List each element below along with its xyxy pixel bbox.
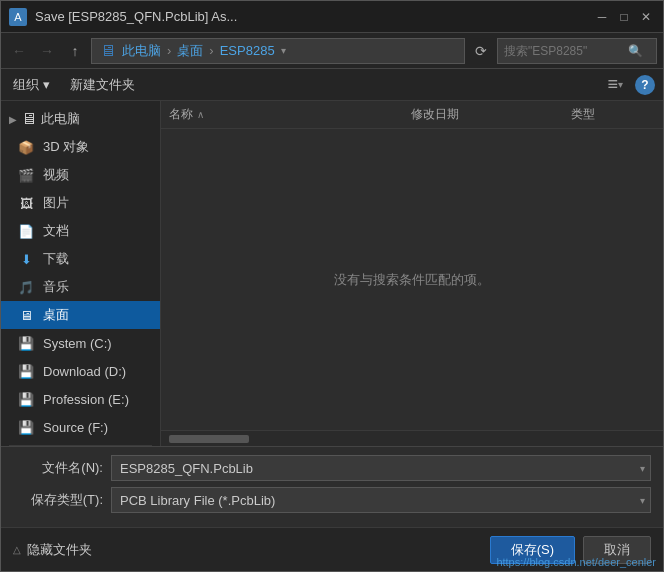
sidebar-item-desktop[interactable]: 🖥 桌面 [1, 301, 160, 329]
bottom-form: 文件名(N): ▾ 保存类型(T): PCB Library File (*.P… [1, 446, 663, 527]
file-list-body: 没有与搜索条件匹配的项。 [161, 129, 663, 430]
pictures-icon: 🖼 [17, 194, 35, 212]
col-type-header[interactable]: 类型 [563, 101, 663, 128]
sidebar-item-3d-objects[interactable]: 📦 3D 对象 [1, 133, 160, 161]
toolbar-right: ≡ ▾ ? [603, 72, 655, 97]
maximize-button[interactable]: □ [615, 8, 633, 26]
filename-label: 文件名(N): [13, 459, 103, 477]
sidebar-item-pictures[interactable]: 🖼 图片 [1, 189, 160, 217]
new-folder-button[interactable]: 新建文件夹 [66, 74, 139, 96]
filename-input[interactable] [111, 455, 651, 481]
music-icon: 🎵 [17, 278, 35, 296]
file-list-header: 名称 ∧ 修改日期 类型 [161, 101, 663, 129]
address-path[interactable]: 🖥 此电脑 › 桌面 › ESP8285 ▾ [91, 38, 465, 64]
filetype-row: 保存类型(T): PCB Library File (*.PcbLib) ▾ [13, 487, 651, 513]
minimize-button[interactable]: ─ [593, 8, 611, 26]
sidebar-item-download-d[interactable]: 💾 Download (D:) [1, 357, 160, 385]
dialog-title: Save [ESP8285_QFN.PcbLib] As... [35, 9, 593, 24]
sidebar-item-videos[interactable]: 🎬 视频 [1, 161, 160, 189]
search-input[interactable] [504, 44, 624, 58]
expand-icon: △ [13, 544, 21, 555]
path-desktop[interactable]: 桌面 [177, 42, 203, 60]
filetype-select[interactable]: PCB Library File (*.PcbLib) [111, 487, 651, 513]
sidebar-section-this-pc[interactable]: ▶ 🖥 此电脑 [1, 105, 160, 133]
sidebar-item-system-c[interactable]: 💾 System (C:) [1, 329, 160, 357]
filename-row: 文件名(N): ▾ [13, 455, 651, 481]
scrollbar-thumb[interactable] [169, 435, 249, 443]
help-button[interactable]: ? [635, 75, 655, 95]
sidebar-item-profession-e[interactable]: 💾 Profession (E:) [1, 385, 160, 413]
videos-icon: 🎬 [17, 166, 35, 184]
sidebar-item-music[interactable]: 🎵 音乐 [1, 273, 160, 301]
horizontal-scrollbar[interactable] [161, 430, 663, 446]
refresh-button[interactable]: ⟳ [469, 39, 493, 63]
col-name-header[interactable]: 名称 ∧ [161, 101, 403, 128]
path-dropdown-icon[interactable]: ▾ [281, 45, 286, 56]
downloads-icon: ⬇ [17, 250, 35, 268]
main-content: ▶ 🖥 此电脑 📦 3D 对象 🎬 视频 🖼 图片 📄 文档 [1, 101, 663, 446]
organize-button[interactable]: 组织 ▾ [9, 74, 54, 96]
back-button[interactable]: ← [7, 39, 31, 63]
app-icon: A [9, 8, 27, 26]
view-button[interactable]: ≡ ▾ [603, 72, 627, 97]
hide-folders-button[interactable]: △ 隐藏文件夹 [13, 541, 92, 559]
forward-button[interactable]: → [35, 39, 59, 63]
sidebar-item-documents[interactable]: 📄 文档 [1, 217, 160, 245]
watermark: https://blog.csdn.net/deer_cenler [496, 556, 656, 568]
sidebar-item-source-f[interactable]: 💾 Source (F:) [1, 413, 160, 441]
title-bar: A Save [ESP8285_QFN.PcbLib] As... ─ □ ✕ [1, 1, 663, 33]
sidebar-item-downloads[interactable]: ⬇ 下载 [1, 245, 160, 273]
path-pc[interactable]: 此电脑 [122, 42, 161, 60]
close-button[interactable]: ✕ [637, 8, 655, 26]
sort-indicator: ∧ [197, 109, 204, 120]
path-folder[interactable]: ESP8285 [220, 43, 275, 58]
filetype-label: 保存类型(T): [13, 491, 103, 509]
empty-message: 没有与搜索条件匹配的项。 [334, 271, 490, 289]
save-dialog: A Save [ESP8285_QFN.PcbLib] As... ─ □ ✕ … [0, 0, 664, 572]
documents-icon: 📄 [17, 222, 35, 240]
desktop-icon: 🖥 [17, 306, 35, 324]
drive-d-icon: 💾 [17, 362, 35, 380]
col-date-header[interactable]: 修改日期 [403, 101, 563, 128]
up-button[interactable]: ↑ [63, 39, 87, 63]
file-area: 名称 ∧ 修改日期 类型 没有与搜索条件匹配的项。 [161, 101, 663, 446]
filename-input-container: ▾ [111, 455, 651, 481]
filetype-input-container: PCB Library File (*.PcbLib) ▾ [111, 487, 651, 513]
sidebar: ▶ 🖥 此电脑 📦 3D 对象 🎬 视频 🖼 图片 📄 文档 [1, 101, 161, 446]
3d-objects-icon: 📦 [17, 138, 35, 156]
search-box: 🔍 [497, 38, 657, 64]
drive-e-icon: 💾 [17, 390, 35, 408]
address-bar: ← → ↑ 🖥 此电脑 › 桌面 › ESP8285 ▾ ⟳ 🔍 [1, 33, 663, 69]
toolbar: 组织 ▾ 新建文件夹 ≡ ▾ ? [1, 69, 663, 101]
drive-c-icon: 💾 [17, 334, 35, 352]
window-controls: ─ □ ✕ [593, 8, 655, 26]
drive-f-icon: 💾 [17, 418, 35, 436]
search-icon: 🔍 [628, 44, 643, 58]
